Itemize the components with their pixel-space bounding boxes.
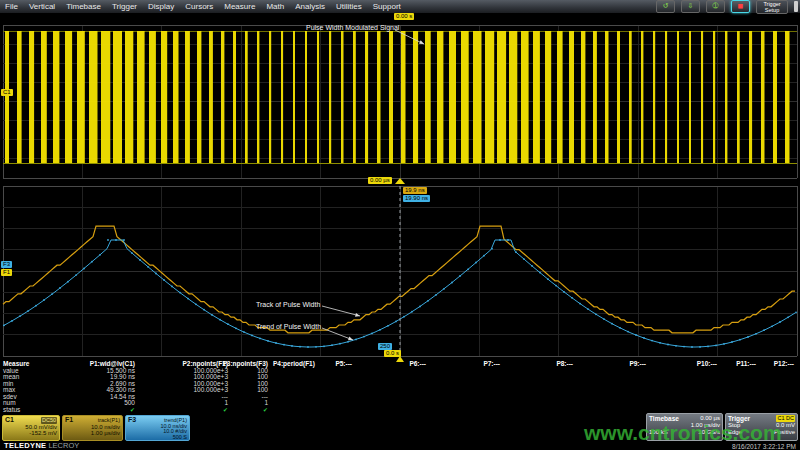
f3-cursor-readout-tag[interactable]: 19.90 ns <box>403 195 430 202</box>
measure-param-header[interactable]: P11:--- <box>716 361 756 368</box>
brand-teledyne: TELEDYNE <box>4 441 46 450</box>
f3-label: F3 <box>128 417 136 424</box>
measure-param-header[interactable]: P5:--- <box>312 361 352 368</box>
f1-descriptor-box[interactable]: F1 track(P1) 10.0 ns/div 1.00 µs/div <box>62 415 123 441</box>
measure-param-header[interactable]: P9:--- <box>606 361 646 368</box>
measure-status-check: ✔ <box>220 407 268 414</box>
measure-value: 100.000e+3 <box>138 387 228 394</box>
f3-samples: 500 S <box>128 435 187 441</box>
c1-zero-marker[interactable]: C1 <box>1 89 13 96</box>
f1-hdiv: 1.00 µs/div <box>65 430 120 437</box>
f1-zero-marker[interactable]: F1 <box>1 269 12 276</box>
measure-param-header[interactable]: P6:--- <box>386 361 426 368</box>
measure-row-label: status <box>3 407 58 414</box>
f1-label: F1 <box>65 417 73 424</box>
measure-param-header[interactable]: P7:--- <box>460 361 500 368</box>
measure-table: MeasureP1:wid@lv(C1)P2:npoints(F1)P3:npo… <box>0 359 800 415</box>
f1-function-title: track(P1) <box>98 417 120 424</box>
measure-value: 1 <box>220 400 268 407</box>
measure-param-header[interactable]: P8:--- <box>533 361 573 368</box>
measure-status-check: ✔ <box>60 407 135 414</box>
f3-zero-marker[interactable]: F3 <box>1 261 12 268</box>
measure-value: 500 <box>60 400 135 407</box>
c1-offset: -152.5 mV <box>5 430 57 437</box>
c1-label: C1 <box>5 417 14 424</box>
measure-param-header[interactable]: P12:--- <box>754 361 794 368</box>
brand-logo: TELEDYNELECROY <box>4 441 79 450</box>
c1-coupling-badge: DC50 <box>41 417 57 424</box>
cursor-position-tag-cyan[interactable]: 250 <box>378 343 392 350</box>
annotation-trend: Trend of Pulse Width <box>256 323 321 330</box>
measure-value: --- <box>138 394 228 401</box>
annotation-pwm-signal: Pulse Width Modulated Signal <box>306 24 399 31</box>
c1-descriptor-box[interactable]: C1 DC50 50.0 mV/div -152.5 mV <box>2 415 60 441</box>
brand-lecroy: LECROY <box>48 441 79 450</box>
f1-cursor-readout-tag[interactable]: 19.9 ns <box>403 187 427 194</box>
watermark: www.cntronics.com <box>584 421 782 445</box>
measure-param-header[interactable]: P10:--- <box>677 361 717 368</box>
annotation-track: Track of Pulse Width <box>256 301 320 308</box>
oscilloscope-screen: { "menu": { "items": ["File","Vertical",… <box>0 0 800 450</box>
cursor-position-tag-yellow[interactable]: 0.0 s <box>384 350 401 357</box>
trigger-time-tag[interactable]: 0.00 s <box>394 13 414 20</box>
trigger-delay-tag[interactable]: 0.00 µs <box>368 177 392 184</box>
f3-descriptor-box[interactable]: F3 trend(P1) 10.0 ns/div 10.0 #/div 500 … <box>125 415 190 441</box>
measure-status-check: ✔ <box>138 407 228 414</box>
measure-value: 1 <box>138 400 228 407</box>
